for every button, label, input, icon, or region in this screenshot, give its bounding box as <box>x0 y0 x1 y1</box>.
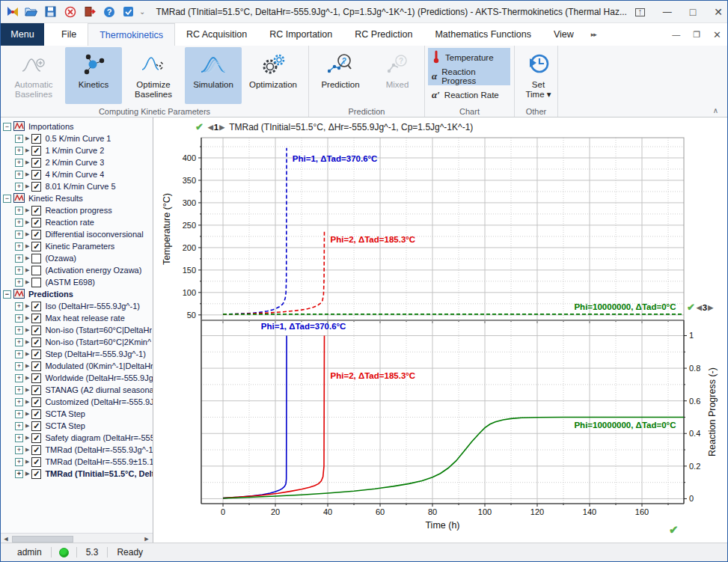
item-arrow-icon[interactable]: ▶ <box>25 207 29 213</box>
item-arrow-icon[interactable]: ▶ <box>25 423 29 429</box>
expand-toggle-icon[interactable]: + <box>15 207 23 215</box>
item-checkbox[interactable]: ✓ <box>31 421 41 431</box>
item-checkbox[interactable]: ✓ <box>31 134 41 144</box>
collapse-toggle-icon[interactable]: − <box>3 123 11 131</box>
item-arrow-icon[interactable]: ▶ <box>25 459 29 465</box>
item-checkbox[interactable]: ✓ <box>31 218 41 227</box>
tree-item-scta-step[interactable]: +▶✓SCTA Step <box>1 420 153 432</box>
item-arrow-icon[interactable]: ▶ <box>25 255 29 261</box>
tree-item-tmrad-tinitial-51-5-c-delt[interactable]: +▶✓TMRad (TInitial=51.5°C, Delt <box>1 468 153 480</box>
expand-toggle-icon[interactable]: + <box>15 230 23 239</box>
item-checkbox[interactable]: ✓ <box>31 170 41 180</box>
tree-item--ozawa-[interactable]: +▶(Ozawa) <box>1 252 153 264</box>
menu-button[interactable]: Menu <box>1 23 44 46</box>
maximize-button[interactable]: □ <box>690 6 696 18</box>
expand-toggle-icon[interactable]: + <box>15 362 23 370</box>
tree-item-8-01-k-min-curve-5[interactable]: +▶✓8.01 K/min Curve 5 <box>1 180 153 192</box>
item-arrow-icon[interactable]: ▶ <box>25 231 29 237</box>
item-arrow-icon[interactable]: ▶ <box>25 267 29 273</box>
kinetics-button[interactable]: Kinetics <box>65 47 122 104</box>
item-checkbox[interactable]: ✓ <box>31 433 41 443</box>
item-checkbox[interactable] <box>31 266 41 275</box>
expand-toggle-icon[interactable]: + <box>15 254 23 263</box>
tree-item-kinetic-results[interactable]: −Kinetic Results <box>1 192 153 204</box>
item-checkbox[interactable]: ✓ <box>31 445 41 455</box>
item-arrow-icon[interactable]: ▶ <box>25 471 29 477</box>
item-arrow-icon[interactable]: ▶ <box>25 435 29 441</box>
item-arrow-icon[interactable]: ▶ <box>25 171 29 177</box>
expand-toggle-icon[interactable]: + <box>15 326 23 335</box>
expand-toggle-icon[interactable]: + <box>15 422 23 430</box>
item-checkbox[interactable]: ✓ <box>31 373 41 383</box>
item-arrow-icon[interactable]: ▶ <box>25 315 29 321</box>
toggle-reaction-rate[interactable]: α′Reaction Rate <box>428 85 510 104</box>
item-checkbox[interactable]: ✓ <box>31 337 41 347</box>
close-button[interactable]: ✕ <box>714 6 723 18</box>
item-arrow-icon[interactable]: ▶ <box>25 147 29 153</box>
prediction-button[interactable]: ?Prediction <box>313 47 367 104</box>
item-checkbox[interactable]: ✓ <box>31 385 41 395</box>
item-arrow-icon[interactable]: ▶ <box>25 375 29 381</box>
tree-item-customized-deltahr-555-9j[interactable]: +▶✓Customized (DeltaHr=-555.9J <box>1 396 153 408</box>
item-checkbox[interactable]: ✓ <box>31 158 41 168</box>
item-checkbox[interactable]: ✓ <box>31 146 41 156</box>
item-arrow-icon[interactable]: ▶ <box>25 159 29 165</box>
collapse-panel-icon[interactable]: ↑ <box>635 8 645 16</box>
optimization-button[interactable]: Optimization <box>245 47 302 104</box>
item-arrow-icon[interactable]: ▶ <box>25 447 29 453</box>
tree-item-iso-deltahr-555-9jg-1-[interactable]: +▶✓Iso (DeltaHr=-555.9Jg^-1) <box>1 300 153 312</box>
expand-toggle-icon[interactable]: + <box>15 266 23 275</box>
abort-icon[interactable] <box>64 5 76 18</box>
tree-item-tmrad-deltahr-555-9jg-1[interactable]: +▶✓TMRad (DeltaHr=-555.9Jg^-1 <box>1 444 153 456</box>
simulation-button[interactable]: Simulation <box>185 47 242 104</box>
item-arrow-icon[interactable]: ▶ <box>25 387 29 393</box>
quick-access-dropdown-icon[interactable]: ⌄ <box>139 7 145 16</box>
tree-item-2-k-min-curve-3[interactable]: +▶✓2 K/min Curve 3 <box>1 156 153 168</box>
item-arrow-icon[interactable]: ▶ <box>25 279 29 285</box>
tree-item--activation-energy-ozawa-[interactable]: +▶(Activation energy Ozawa) <box>1 264 153 276</box>
tab-overflow-icon[interactable]: ▸▸ <box>585 23 602 46</box>
tree-item-reaction-progress[interactable]: +▶✓Reaction progress <box>1 204 153 216</box>
item-checkbox[interactable]: ✓ <box>31 242 41 251</box>
set-time--button[interactable]: Set Time ▾ <box>520 47 557 104</box>
tree-item-differential-isoconversional[interactable]: +▶✓Differential isoconversional <box>1 228 153 240</box>
exit-icon[interactable] <box>83 5 96 18</box>
open-file-icon[interactable] <box>25 5 37 18</box>
tree-item-worldwide-deltahr-555-9jg[interactable]: +▶✓Worldwide (DeltaHr=-555.9Jg <box>1 372 153 384</box>
tree-item-non-iso-tstart-60-c-2kmin-[interactable]: +▶✓Non-iso (Tstart=60°C|2Kmin^ <box>1 336 153 348</box>
tree-item-1-k-min-curve-2[interactable]: +▶✓1 K/min Curve 2 <box>1 144 153 156</box>
side-prev-icon[interactable]: ◀ <box>697 304 702 311</box>
confirm-icon[interactable] <box>122 5 135 18</box>
item-arrow-icon[interactable]: ▶ <box>25 135 29 141</box>
item-checkbox[interactable]: ✓ <box>31 457 41 467</box>
expand-toggle-icon[interactable]: + <box>15 302 23 311</box>
help-icon[interactable]: ? <box>103 5 115 18</box>
tab-mathematics-functions[interactable]: Mathematics Functions <box>423 23 542 46</box>
tree-item--astm-e698-[interactable]: +▶(ASTM E698) <box>1 276 153 288</box>
tree-item-predictions[interactable]: −Predictions <box>1 288 153 300</box>
tab-thermokinetics[interactable]: Thermokinetics <box>88 23 175 46</box>
expand-toggle-icon[interactable]: + <box>15 135 23 143</box>
tree-item-max-heat-release-rate[interactable]: +▶✓Max heat release rate <box>1 312 153 324</box>
item-arrow-icon[interactable]: ▶ <box>25 327 29 333</box>
item-checkbox[interactable]: ✓ <box>31 206 41 216</box>
expand-toggle-icon[interactable]: + <box>15 242 23 251</box>
expand-toggle-icon[interactable]: + <box>15 171 23 179</box>
app-logo-icon[interactable] <box>5 5 18 18</box>
item-checkbox[interactable]: ✓ <box>31 302 41 311</box>
item-checkbox[interactable]: ✓ <box>31 397 41 407</box>
item-arrow-icon[interactable]: ▶ <box>25 219 29 225</box>
expand-toggle-icon[interactable]: + <box>15 338 23 346</box>
item-arrow-icon[interactable]: ▶ <box>25 183 29 189</box>
tree-item-reaction-rate[interactable]: +▶✓Reaction rate <box>1 216 153 228</box>
tree-item-stanag-a2-diurnal-seasonal[interactable]: +▶✓STANAG (A2 diurnal seasonal <box>1 384 153 396</box>
item-checkbox[interactable]: ✓ <box>31 349 41 359</box>
expand-toggle-icon[interactable]: + <box>15 434 23 442</box>
tree-item-scta-step[interactable]: +▶✓SCTA Step <box>1 408 153 420</box>
expand-toggle-icon[interactable]: + <box>15 183 23 191</box>
expand-toggle-icon[interactable]: + <box>15 386 23 394</box>
item-checkbox[interactable] <box>31 254 41 263</box>
optimize-baselines-button[interactable]: Optimize Baselines <box>125 47 182 104</box>
item-arrow-icon[interactable]: ▶ <box>25 399 29 405</box>
tree-item-4-k-min-curve-4[interactable]: +▶✓4 K/min Curve 4 <box>1 168 153 180</box>
